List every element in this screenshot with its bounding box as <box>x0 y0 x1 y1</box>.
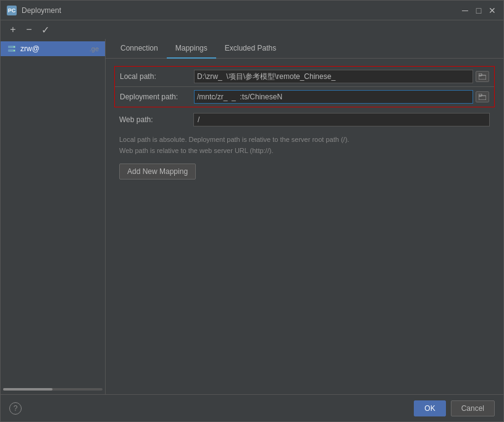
local-path-input-wrap <box>194 70 473 83</box>
tab-excluded-paths[interactable]: Excluded Paths <box>216 39 285 59</box>
maximize-button[interactable]: □ <box>474 6 484 15</box>
local-path-browse-button[interactable] <box>476 71 489 82</box>
mapping-fields-group: Local path: Deployment p <box>114 66 495 107</box>
deployment-path-input-wrap <box>194 90 473 104</box>
sidebar-item-label: zrw@ <box>20 44 86 53</box>
svg-point-2 <box>14 46 15 48</box>
right-panel: Connection Mappings Excluded Paths Local… <box>106 39 503 394</box>
sidebar-item-suffix: .ge <box>90 45 99 52</box>
add-new-mapping-button[interactable]: Add New Mapping <box>119 163 196 180</box>
tabs: Connection Mappings Excluded Paths <box>106 39 503 59</box>
tab-content-mappings: Local path: Deployment p <box>106 59 503 394</box>
close-button[interactable]: ✕ <box>487 6 497 15</box>
title-actions: ─ □ ✕ <box>460 6 497 15</box>
bottom-bar: ? OK Cancel <box>1 394 503 421</box>
ok-button[interactable]: OK <box>414 400 445 416</box>
server-icon <box>7 44 17 54</box>
deployment-dialog: PC Deployment ─ □ ✕ + − ✓ <box>0 0 504 422</box>
dialog-buttons: OK Cancel <box>414 400 495 416</box>
web-path-label: Web path: <box>119 115 193 124</box>
cancel-button[interactable]: Cancel <box>451 400 495 416</box>
remove-button[interactable]: − <box>23 23 35 36</box>
deployment-path-browse-button[interactable] <box>476 91 489 102</box>
toolbar: + − ✓ <box>1 20 503 39</box>
window-title: Deployment <box>22 6 455 15</box>
tab-connection[interactable]: Connection <box>112 39 167 59</box>
deployment-path-input[interactable] <box>197 93 470 101</box>
hint-line2: Web path is relative to the web server U… <box>119 146 490 157</box>
sidebar-scrollbar[interactable] <box>1 387 105 392</box>
web-path-row: Web path: <box>114 110 495 130</box>
local-path-label: Local path: <box>120 72 194 81</box>
app-icon: PC <box>7 6 17 15</box>
apply-button[interactable]: ✓ <box>39 23 51 36</box>
main-content: zrw@ .ge Connection Mappings Excluded Pa… <box>1 39 503 394</box>
title-bar: PC Deployment ─ □ ✕ <box>1 1 503 20</box>
web-path-input[interactable] <box>193 113 490 126</box>
sidebar: zrw@ .ge <box>1 39 106 394</box>
deployment-path-label: Deployment path: <box>120 93 194 101</box>
hint-text: Local path is absolute. Deployment path … <box>114 130 495 161</box>
help-button[interactable]: ? <box>9 402 22 415</box>
sidebar-item-server[interactable]: zrw@ .ge <box>1 41 105 56</box>
local-path-input[interactable] <box>197 72 470 81</box>
deployment-path-row: Deployment path: <box>115 86 494 107</box>
local-path-row: Local path: <box>115 67 494 86</box>
minimize-button[interactable]: ─ <box>460 6 470 15</box>
tab-mappings[interactable]: Mappings <box>167 39 216 59</box>
hint-line1: Local path is absolute. Deployment path … <box>119 134 490 146</box>
svg-point-3 <box>14 50 15 51</box>
add-button[interactable]: + <box>7 23 19 36</box>
